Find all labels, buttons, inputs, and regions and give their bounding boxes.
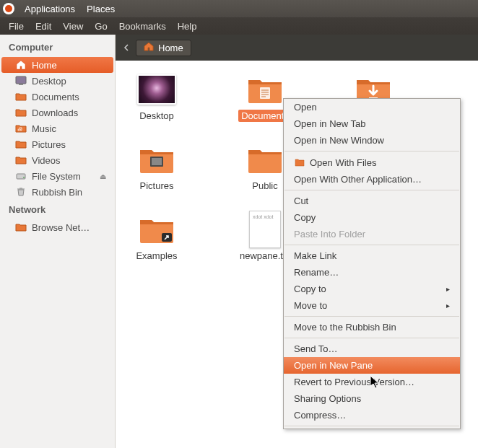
ctx-revert-previous[interactable]: Revert to Previous Version…	[284, 374, 460, 390]
ctx-cut[interactable]: Cut	[284, 193, 460, 209]
eject-icon[interactable]: ⏏	[100, 172, 106, 180]
sidebar-item-label: Documents	[32, 92, 79, 102]
music-icon	[14, 123, 27, 134]
ctx-move-to-trash[interactable]: Move to the Rubbish Bin	[284, 319, 460, 335]
ubuntu-logo-icon[interactable]	[3, 3, 14, 14]
ctx-separator	[284, 316, 459, 317]
file-pictures[interactable]: Pictures	[124, 142, 189, 192]
sidebar-item-label: Rubbish Bin	[32, 187, 82, 198]
sidebar-item-filesystem[interactable]: File System ⏏	[1, 168, 113, 184]
folder-icon	[14, 107, 27, 118]
svg-rect-7	[152, 158, 162, 165]
chevron-right-icon: ▸	[446, 302, 450, 309]
sidebar-computer-header: Computer	[0, 38, 115, 57]
desktop-thumb-icon	[136, 72, 178, 107]
file-examples[interactable]: Examples	[124, 212, 189, 262]
ctx-separator	[284, 426, 459, 426]
breadcrumb-label: Home	[158, 43, 183, 53]
menu-edit[interactable]: Edit	[30, 21, 57, 32]
path-back-icon[interactable]	[121, 43, 131, 53]
file-desktop[interactable]: Desktop	[124, 72, 189, 122]
sidebar-item-desktop[interactable]: Desktop	[1, 73, 113, 89]
files-app-icon	[294, 157, 305, 168]
ctx-compress[interactable]: Compress…	[284, 407, 460, 423]
file-label: Examples	[133, 250, 180, 262]
sidebar-item-videos[interactable]: Videos	[1, 152, 113, 168]
folder-icon	[14, 91, 27, 102]
ctx-separator	[284, 338, 459, 338]
ctx-copy-to[interactable]: Copy to▸	[284, 281, 460, 297]
ctx-rename[interactable]: Rename…	[284, 264, 460, 281]
sidebar-item-label: Browse Net…	[32, 222, 90, 233]
text-file-icon: xdot xdot	[244, 212, 286, 247]
sidebar-item-pictures[interactable]: Pictures	[1, 136, 113, 152]
sidebar-item-label: Home	[32, 60, 57, 71]
folder-link-icon	[136, 212, 178, 247]
path-bar: Home	[116, 35, 478, 61]
ctx-open-new-window[interactable]: Open in New Window	[284, 132, 460, 149]
desktop-icon	[14, 75, 27, 87]
trash-icon	[14, 186, 27, 198]
sidebar-item-label: Downloads	[32, 107, 78, 118]
sidebar-item-home[interactable]: Home	[1, 57, 113, 73]
breadcrumb-home[interactable]: Home	[136, 40, 191, 56]
menu-view[interactable]: View	[57, 21, 89, 32]
disk-icon	[14, 170, 27, 182]
ctx-paste-into-folder: Paste Into Folder	[284, 226, 460, 242]
sidebar-item-browse-network[interactable]: Browse Net…	[1, 219, 113, 235]
chevron-right-icon: ▸	[446, 285, 450, 293]
ctx-copy[interactable]: Copy	[284, 209, 460, 226]
places-sidebar: Computer Home Desktop Documents Download…	[0, 35, 116, 448]
ctx-move-to[interactable]: Move to▸	[284, 297, 460, 314]
ctx-open[interactable]: Open	[284, 99, 460, 115]
sidebar-item-documents[interactable]: Documents	[1, 89, 113, 105]
sidebar-item-label: Music	[32, 123, 56, 134]
app-menubar: File Edit View Go Bookmarks Help	[0, 17, 478, 35]
ctx-separator	[284, 151, 459, 151]
panel-places[interactable]: Places	[81, 4, 121, 14]
file-label: Pictures	[137, 180, 177, 192]
ctx-open-with-other[interactable]: Open With Other Application…	[284, 171, 460, 188]
pictures-icon	[14, 139, 27, 150]
ctx-separator	[284, 190, 459, 190]
sidebar-network-header: Network	[0, 200, 115, 219]
home-icon	[144, 43, 154, 53]
ctx-open-new-tab[interactable]: Open in New Tab	[284, 115, 460, 132]
home-icon	[14, 59, 27, 71]
sidebar-item-downloads[interactable]: Downloads	[1, 105, 113, 120]
sidebar-item-label: File System	[32, 171, 81, 182]
ctx-separator	[284, 245, 459, 245]
menu-help[interactable]: Help	[172, 21, 203, 32]
gnome-top-panel: Applications Places	[0, 0, 478, 17]
svg-point-3	[23, 177, 25, 178]
menu-go[interactable]: Go	[89, 21, 113, 32]
folder-icon	[244, 72, 286, 107]
sidebar-item-trash[interactable]: Rubbish Bin	[1, 184, 113, 200]
context-menu: Open Open in New Tab Open in New Window …	[283, 98, 461, 429]
sidebar-item-label: Videos	[32, 155, 61, 166]
menu-file[interactable]: File	[3, 21, 30, 32]
videos-icon	[14, 154, 27, 166]
file-label: Public	[249, 180, 280, 192]
folder-icon	[244, 142, 286, 177]
ctx-open-in-new-pane[interactable]: Open in New Pane	[284, 357, 460, 374]
file-label: Desktop	[136, 110, 177, 122]
menu-bookmarks[interactable]: Bookmarks	[113, 21, 172, 32]
svg-rect-1	[19, 84, 23, 85]
svg-rect-0	[16, 76, 26, 84]
ctx-make-link[interactable]: Make Link	[284, 247, 460, 264]
sidebar-item-music[interactable]: Music	[1, 120, 113, 136]
ctx-open-with-files[interactable]: Open With Files	[284, 154, 460, 171]
sidebar-item-label: Desktop	[32, 76, 66, 87]
ctx-send-to[interactable]: Send To…	[284, 341, 460, 357]
svg-rect-4	[260, 87, 270, 99]
ctx-sharing-options[interactable]: Sharing Options	[284, 390, 460, 407]
sidebar-item-label: Pictures	[32, 139, 66, 150]
panel-applications[interactable]: Applications	[19, 4, 81, 14]
network-icon	[14, 221, 27, 233]
folder-pictures-icon	[136, 142, 178, 177]
